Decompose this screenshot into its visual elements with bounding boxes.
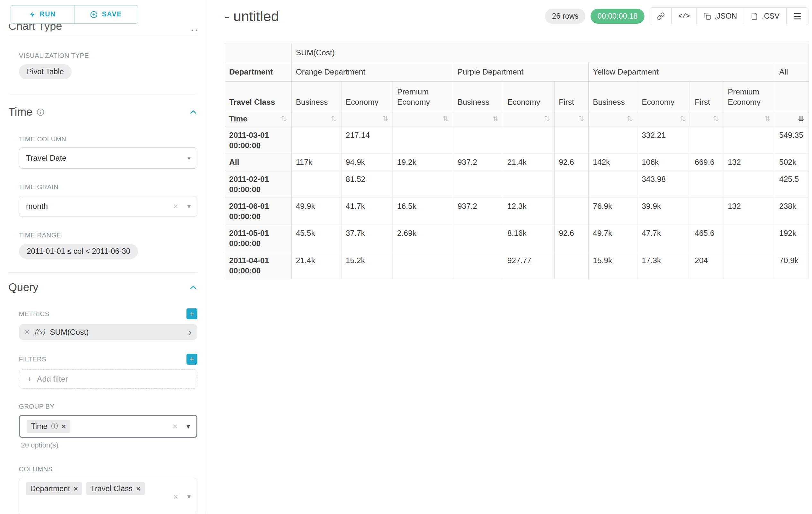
pivot-value-cell (690, 170, 723, 197)
pivot-value-cell (723, 170, 775, 197)
pivot-value-cell (554, 170, 588, 197)
clear-icon[interactable]: × (173, 422, 177, 431)
pivot-value-cell: 332.21 (637, 127, 690, 154)
pivot-value-cell (393, 252, 453, 279)
travel-class-header: Economy (503, 82, 554, 111)
selected-option-chip[interactable]: Timeⓘ× (27, 420, 70, 433)
query-section-header[interactable]: Query (8, 281, 197, 294)
chevron-up-icon[interactable] (189, 283, 197, 292)
sort-toggle-icon[interactable]: ⇅ (680, 114, 686, 124)
sort-toggle-icon[interactable]: ⇅ (281, 114, 287, 124)
pivot-value-cell (393, 170, 453, 197)
group-by-label: GROUP BY (19, 403, 197, 410)
pivot-value-cell (453, 127, 503, 154)
metric-header-cell: SUM(Cost) (291, 44, 809, 62)
run-label: RUN (39, 10, 56, 18)
pivot-value-cell (690, 127, 723, 154)
chart-type-section-clipped-header: Chart Type (8, 24, 197, 31)
chevron-down-icon[interactable]: ▾ (186, 422, 190, 431)
group-by-select[interactable]: Timeⓘ× × ▾ (19, 415, 197, 438)
metrics-label: METRICS (19, 310, 50, 318)
pivot-value-cell (503, 127, 554, 154)
sort-header-cell: ⇅ (453, 111, 503, 127)
sort-toggle-icon[interactable]: ⇅ (578, 114, 584, 124)
time-grain-select[interactable]: month × ▾ (19, 196, 197, 217)
run-save-button-group: RUN SAVE (10, 5, 138, 23)
clear-icon[interactable]: × (173, 201, 178, 211)
run-button[interactable]: RUN (11, 5, 74, 23)
chevron-down-icon[interactable]: ▾ (187, 202, 191, 210)
pivot-value-cell (589, 127, 637, 154)
sort-toggle-icon[interactable]: ⇊ (798, 114, 804, 124)
time-column-select[interactable]: Travel Date ▾ (19, 147, 197, 168)
remove-chip-icon[interactable]: × (62, 422, 66, 431)
sort-toggle-icon[interactable]: ⇅ (764, 114, 771, 124)
pivot-value-cell: 16.5k (393, 198, 453, 225)
chevron-down-icon[interactable]: ▾ (187, 154, 191, 162)
share-link-button[interactable] (649, 7, 672, 25)
pivot-value-cell: 669.6 (690, 154, 723, 170)
menu-button[interactable] (786, 7, 809, 25)
add-metric-button[interactable]: + (186, 308, 197, 319)
chart-type-section-title: Chart Type (8, 24, 62, 31)
pivot-value-cell: 39.9k (637, 198, 690, 225)
pivot-value-cell: 47.7k (637, 225, 690, 252)
selected-option-chip[interactable]: Department× (26, 482, 82, 495)
pivot-value-cell: 549.35 (775, 127, 809, 154)
chevron-right-icon[interactable]: › (188, 327, 192, 337)
save-button[interactable]: SAVE (74, 5, 138, 23)
chevron-down-icon[interactable]: ▾ (187, 492, 191, 501)
selected-chips: Department×Travel Class× (26, 482, 149, 495)
remove-metric-icon[interactable]: × (25, 327, 30, 337)
row-header-cell: 2011-04-01 00:00:00 (225, 252, 291, 279)
export-json-button[interactable]: .JSON (696, 7, 744, 25)
add-filter-button[interactable]: + Add filter (19, 370, 197, 389)
chevron-icon-clipped[interactable] (192, 30, 197, 32)
filters-label: FILTERS (19, 355, 46, 363)
remove-chip-icon[interactable]: × (136, 484, 140, 493)
pivot-value-cell: 927.77 (503, 252, 554, 279)
function-icon: ƒ(x) (34, 328, 45, 336)
metric-name: SUM(Cost) (50, 328, 89, 337)
pivot-value-cell (291, 170, 341, 197)
sort-header-cell: ⇅ (503, 111, 554, 127)
control-panel: RUN SAVE Chart Type VISUALIZATION TYPE P… (0, 0, 207, 514)
department-group-header: Purple Department (453, 62, 589, 82)
info-icon (37, 108, 45, 116)
time-section-header[interactable]: Time (8, 106, 197, 118)
sort-header-cell: ⇅ (393, 111, 453, 127)
export-csv-button[interactable]: .CSV (744, 7, 787, 25)
pivot-value-cell (690, 198, 723, 225)
selected-option-chip[interactable]: Travel Class× (86, 482, 145, 495)
view-query-button[interactable]: </> (671, 7, 697, 25)
sort-header-cell: ⇅ (341, 111, 393, 127)
chevron-up-icon[interactable] (189, 108, 197, 116)
sort-toggle-icon[interactable]: ⇅ (492, 114, 498, 124)
metric-chip[interactable]: × ƒ(x) SUM(Cost) › (19, 324, 197, 340)
sort-toggle-icon[interactable]: ⇅ (443, 114, 449, 124)
export-json-label: .JSON (715, 12, 737, 21)
chip-label: Department (30, 484, 70, 493)
sort-toggle-icon[interactable]: ⇅ (544, 114, 550, 124)
sort-toggle-icon[interactable]: ⇅ (382, 114, 388, 124)
pivot-value-cell: 17.3k (637, 252, 690, 279)
columns-select[interactable]: Department×Travel Class× × ▾ (19, 478, 197, 514)
chip-label: Time (31, 422, 48, 431)
viz-type-chip[interactable]: Pivot Table (19, 64, 72, 79)
chart-panel: - untitled 26 rows 00:00:00.18 </> .JSON… (207, 0, 812, 514)
pivot-value-cell (503, 170, 554, 197)
remove-chip-icon[interactable]: × (74, 484, 78, 493)
add-filter-plus-button[interactable]: + (186, 354, 197, 364)
sort-toggle-icon[interactable]: ⇅ (331, 114, 337, 124)
divider (8, 272, 197, 273)
pivot-value-cell (589, 170, 637, 197)
sort-toggle-icon[interactable]: ⇅ (627, 114, 633, 124)
pivot-value-cell: 132 (723, 198, 775, 225)
sort-toggle-icon[interactable]: ⇅ (713, 114, 719, 124)
row-header-cell: 2011-06-01 00:00:00 (225, 198, 291, 225)
pivot-value-cell: 425.5 (775, 170, 809, 197)
row-count-badge: 26 rows (545, 9, 585, 24)
time-range-chip[interactable]: 2011-01-01 ≤ col < 2011-06-30 (19, 244, 138, 259)
pivot-value-cell: 937.2 (453, 198, 503, 225)
clear-icon[interactable]: × (173, 491, 178, 502)
